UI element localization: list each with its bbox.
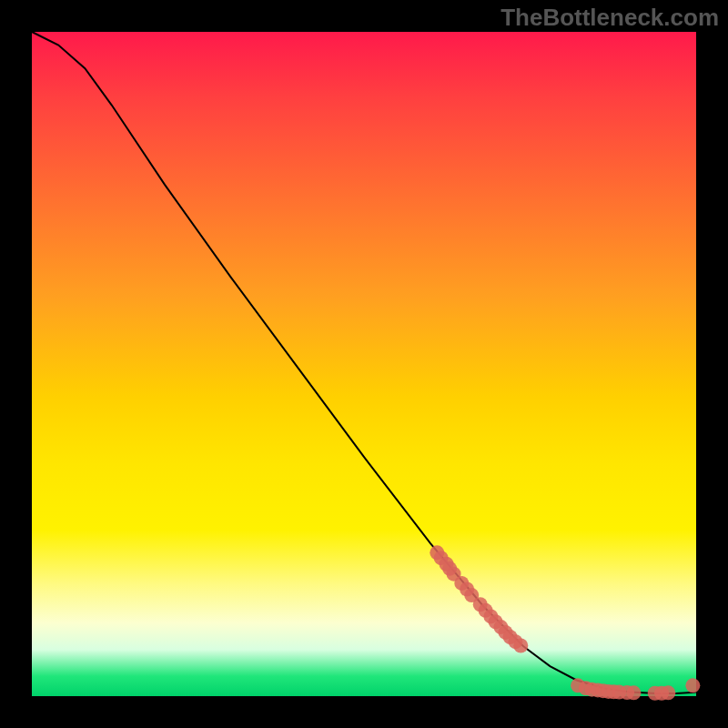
chart-overlay (32, 32, 696, 696)
data-point (661, 685, 675, 700)
watermark-text: TheBottleneck.com (500, 4, 719, 32)
data-point (513, 639, 528, 653)
data-point (685, 678, 700, 693)
bottleneck-curve (32, 32, 696, 693)
data-point (626, 685, 641, 700)
chart-frame: TheBottleneck.com (0, 0, 728, 728)
